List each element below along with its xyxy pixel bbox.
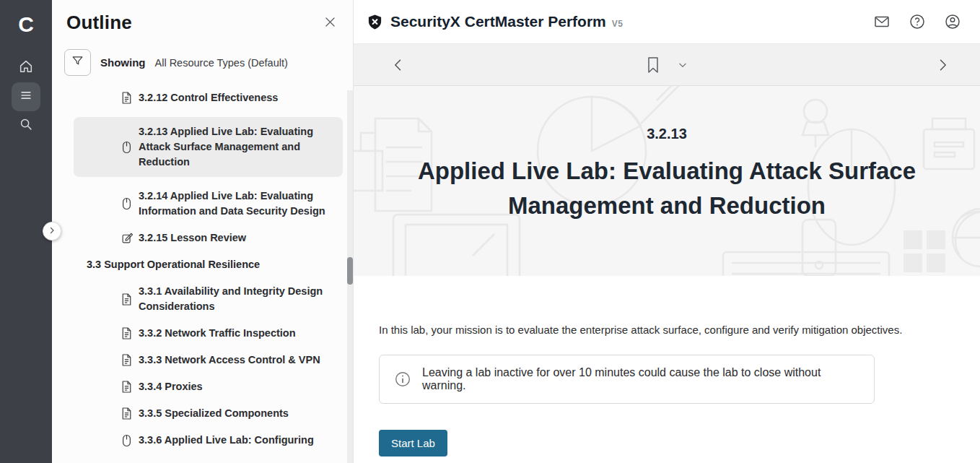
outline-item-label: 3.2.15 Lesson Review <box>139 230 246 246</box>
back-icon <box>391 58 406 72</box>
home-icon <box>18 59 34 77</box>
icon-rail: C <box>0 0 52 463</box>
outline-item[interactable]: 3.2.12 Control Effectiveness <box>74 90 343 105</box>
close-icon <box>323 19 337 31</box>
inactivity-warning-box: Leaving a lab inactive for over 10 minut… <box>379 355 875 404</box>
document-icon <box>121 91 134 105</box>
lesson-description: In this lab, your mission is to evaluate… <box>379 324 951 336</box>
lab-icon <box>121 433 134 448</box>
main-content: SecurityX CertMaster Perform V5 <box>354 0 980 463</box>
lab-icon <box>121 140 134 155</box>
lesson-hero-banner: 3.2.13 Applied Live Lab: Evaluating Atta… <box>354 86 980 276</box>
close-outline-button[interactable] <box>323 15 337 32</box>
account-icon <box>944 13 961 30</box>
outline-item[interactable]: 3.2.15 Lesson Review <box>74 230 343 246</box>
app-version-badge: V5 <box>612 15 624 29</box>
document-icon <box>121 380 134 394</box>
menu-icon <box>19 88 33 105</box>
outline-item-label: 3.3 Support Operational Resilience <box>87 257 260 272</box>
filter-current-value: All Resource Types (Default) <box>155 57 288 69</box>
lab-icon <box>121 196 134 211</box>
search-button[interactable] <box>12 111 40 140</box>
bookmark-icon <box>646 56 660 74</box>
review-icon <box>121 232 134 244</box>
start-lab-button[interactable]: Start Lab <box>379 430 447 456</box>
outline-list: 3.2.12 Control Effectiveness3.2.13 Appli… <box>52 90 353 448</box>
outline-item-label: 3.3.6 Applied Live Lab: Configuring <box>139 433 314 448</box>
outline-section-header: 3.3 Support Operational Resilience <box>74 257 343 272</box>
outline-item-label: 3.3.4 Proxies <box>139 379 203 394</box>
document-icon <box>121 293 134 306</box>
info-icon <box>394 371 411 388</box>
outline-item-label: 3.3.2 Network Traffic Inspection <box>139 326 296 341</box>
lesson-toolbar <box>354 44 980 86</box>
comptia-logo: C <box>18 9 34 40</box>
outline-item[interactable]: 3.3.2 Network Traffic Inspection <box>74 326 343 341</box>
document-icon <box>121 326 134 340</box>
lesson-body: In this lab, your mission is to evaluate… <box>354 276 980 456</box>
bookmark-button[interactable] <box>646 56 660 74</box>
app-header: SecurityX CertMaster Perform V5 <box>354 0 980 44</box>
document-icon <box>121 353 134 367</box>
outline-item[interactable]: 3.2.14 Applied Live Lab: Evaluating Info… <box>74 189 343 219</box>
panel-collapse-toggle[interactable] <box>43 222 61 241</box>
search-icon <box>18 116 34 135</box>
lesson-number: 3.2.13 <box>354 86 980 142</box>
outline-item-selected[interactable]: 3.2.13 Applied Live Lab: Evaluating Atta… <box>74 117 343 177</box>
mail-button[interactable] <box>873 13 891 30</box>
outline-item[interactable]: 3.3.4 Proxies <box>74 379 343 394</box>
outline-item-label: 3.2.14 Applied Live Lab: Evaluating Info… <box>139 189 336 219</box>
outline-panel: Outline Showing All Resource Types (Defa… <box>52 0 354 463</box>
home-button[interactable] <box>12 53 40 82</box>
filter-showing-label: Showing <box>100 56 146 69</box>
help-button[interactable] <box>909 13 926 30</box>
app-window: C <box>0 0 980 463</box>
outline-item-label: 3.3.3 Network Access Control & VPN <box>139 352 320 368</box>
bookmark-menu-button[interactable] <box>678 60 688 70</box>
outline-panel-title: Outline <box>66 12 132 34</box>
next-icon <box>935 58 950 72</box>
filter-funnel-icon <box>71 54 84 71</box>
outline-item-label: 3.2.13 Applied Live Lab: Evaluating Atta… <box>139 124 336 170</box>
outline-item-label: 3.2.12 Control Effectiveness <box>139 90 278 105</box>
lesson-title: Applied Live Lab: Evaluating Attack Surf… <box>382 154 952 223</box>
outline-item[interactable]: 3.3.6 Applied Live Lab: Configuring <box>74 433 343 448</box>
outline-item[interactable]: 3.3.1 Availability and Integrity Design … <box>74 284 343 314</box>
outline-item-label: 3.3.5 Specialized Components <box>139 406 289 421</box>
account-button[interactable] <box>944 13 961 30</box>
help-icon <box>909 13 926 30</box>
chevron-right-icon <box>48 225 56 238</box>
outline-menu-button[interactable] <box>12 82 40 111</box>
inactivity-warning-text: Leaving a lab inactive for over 10 minut… <box>422 366 859 392</box>
previous-page-button[interactable] <box>391 58 406 72</box>
outline-item[interactable]: 3.3.5 Specialized Components <box>74 406 343 421</box>
next-page-button[interactable] <box>935 58 950 72</box>
app-title: SecurityX CertMaster Perform <box>390 13 606 30</box>
document-icon <box>121 407 134 420</box>
mail-icon <box>873 13 891 30</box>
outline-scrollbar-thumb[interactable] <box>347 257 353 285</box>
outline-item-label: 3.3.1 Availability and Integrity Design … <box>139 284 336 314</box>
filter-button[interactable] <box>64 49 91 76</box>
chevron-down-icon <box>678 60 688 70</box>
shield-x-icon <box>367 14 383 30</box>
outline-item[interactable]: 3.3.3 Network Access Control & VPN <box>74 352 343 368</box>
